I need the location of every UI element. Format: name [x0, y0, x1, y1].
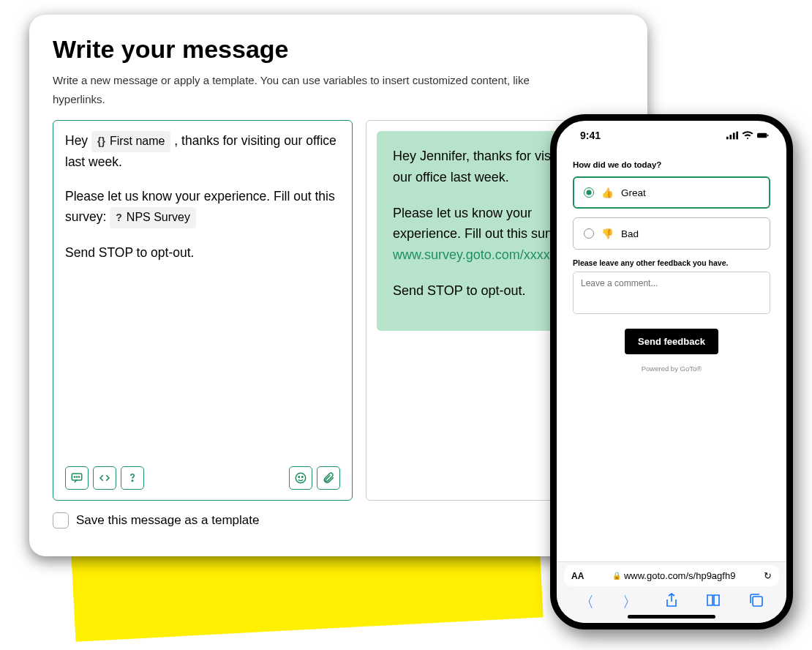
editor-toolbar — [65, 466, 340, 490]
insert-variable-button[interactable] — [93, 466, 116, 490]
phone-mockup: 9:41 How did we do today? 👍 Great 👎 Bad … — [550, 114, 793, 630]
status-time: 9:41 — [580, 130, 601, 141]
url-bar[interactable]: AA 🔒 www.goto.com/s/hp9agfh9 ↻ — [564, 565, 779, 586]
survey-screen: How did we do today? 👍 Great 👎 Bad Pleas… — [557, 150, 786, 561]
option-label: Bad — [621, 228, 639, 239]
cellular-icon — [726, 131, 738, 140]
svg-point-1 — [74, 477, 75, 477]
save-template-label: Save this message as a template — [76, 513, 259, 528]
svg-point-2 — [76, 477, 77, 477]
chip-label: NPS Survey — [127, 209, 190, 227]
svg-rect-12 — [757, 133, 767, 138]
url-value: www.goto.com/s/hp9agfh9 — [624, 570, 735, 581]
svg-point-7 — [302, 477, 304, 478]
thumbs-down-icon: 👎 — [601, 228, 614, 239]
battery-icon — [757, 131, 769, 140]
powered-by-label: Powered by GoTo® — [573, 365, 770, 373]
status-bar: 9:41 — [557, 121, 786, 150]
code-icon — [98, 471, 111, 485]
svg-rect-10 — [733, 132, 735, 139]
survey-subquestion: Please leave any other feedback you have… — [573, 258, 770, 267]
question-icon: ? — [116, 210, 122, 226]
editor-body[interactable]: Hey {} First name , thanks for visiting … — [65, 131, 340, 466]
paperclip-icon — [322, 471, 335, 485]
save-template-row: Save this message as a template — [53, 512, 624, 528]
attach-button[interactable] — [317, 466, 340, 490]
svg-point-6 — [298, 477, 300, 478]
survey-question: How did we do today? — [573, 160, 770, 169]
svg-point-3 — [78, 477, 79, 477]
survey-link[interactable]: www.survey.goto.com/xxxxx — [393, 247, 557, 262]
card-title: Write your message — [53, 35, 624, 64]
option-label: Great — [621, 187, 646, 198]
radio-icon — [584, 187, 594, 198]
save-template-checkbox[interactable] — [53, 512, 69, 528]
insert-survey-button[interactable] — [121, 466, 144, 490]
svg-rect-11 — [736, 132, 738, 140]
chat-bubble-icon — [70, 471, 83, 485]
home-indicator — [628, 615, 715, 619]
svg-rect-14 — [753, 597, 762, 606]
message-editor[interactable]: Hey {} First name , thanks for visiting … — [53, 120, 353, 501]
chip-label: First name — [110, 132, 165, 151]
send-feedback-button[interactable]: Send feedback — [625, 329, 718, 354]
lock-icon: 🔒 — [612, 572, 621, 580]
variable-chip-firstname[interactable]: {} First name — [91, 131, 170, 152]
tabs-icon[interactable] — [749, 593, 764, 611]
svg-rect-9 — [729, 135, 732, 139]
svg-point-4 — [132, 480, 133, 482]
editor-text: Send STOP to opt-out. — [65, 243, 340, 263]
option-great[interactable]: 👍 Great — [573, 176, 770, 209]
forward-icon[interactable]: 〉 — [623, 592, 637, 612]
radio-icon — [584, 228, 594, 239]
editor-text: Hey — [65, 133, 91, 148]
safari-bottom-bar: AA 🔒 www.goto.com/s/hp9agfh9 ↻ 〈 〉 — [557, 561, 786, 623]
emoji-button[interactable] — [289, 466, 312, 490]
share-icon[interactable] — [665, 593, 678, 611]
editor-text: Please let us know your experience. Fill… — [65, 189, 335, 223]
text-size-icon[interactable]: AA — [571, 571, 584, 581]
option-bad[interactable]: 👎 Bad — [573, 217, 770, 250]
svg-rect-13 — [767, 135, 768, 137]
svg-rect-8 — [726, 137, 729, 140]
card-subtitle: Write a new message or apply a template.… — [53, 71, 579, 108]
back-icon[interactable]: 〈 — [579, 592, 594, 612]
thumbs-up-icon: 👍 — [601, 187, 614, 198]
comment-input[interactable] — [573, 272, 770, 314]
bookmarks-icon[interactable] — [706, 594, 721, 610]
braces-icon: {} — [97, 134, 105, 150]
insert-message-button[interactable] — [65, 466, 89, 490]
reload-icon[interactable]: ↻ — [764, 570, 772, 581]
wifi-icon — [742, 131, 753, 140]
question-mark-icon — [126, 471, 139, 485]
svg-point-5 — [296, 473, 306, 483]
url-text: 🔒 www.goto.com/s/hp9agfh9 — [590, 570, 758, 581]
preview-text: Please let us know your experience. Fill… — [393, 206, 574, 242]
variable-chip-survey[interactable]: ? NPS Survey — [110, 207, 196, 228]
smiley-icon — [294, 471, 307, 485]
